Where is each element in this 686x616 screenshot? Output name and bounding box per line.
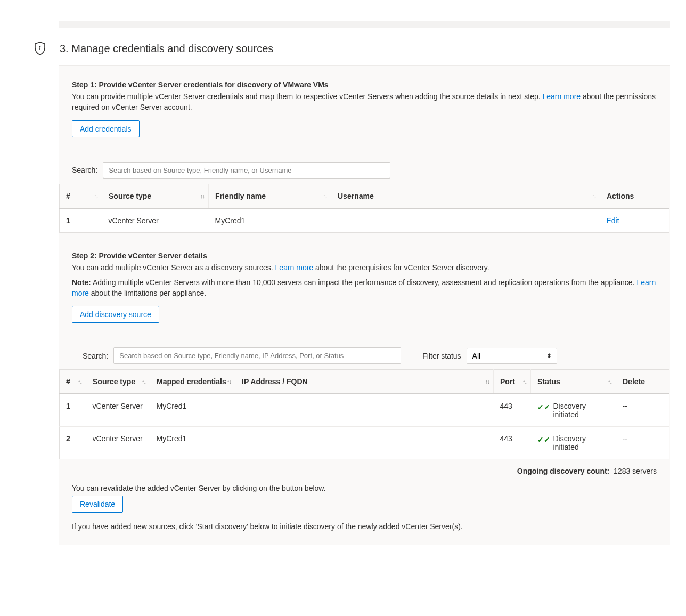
col-actions: Actions xyxy=(600,184,669,208)
filter-status-select[interactable]: All xyxy=(467,348,557,364)
sort-icon: ↑↓ xyxy=(592,193,595,199)
cell-num: 1 xyxy=(60,394,86,427)
step1-search-input[interactable] xyxy=(103,162,390,179)
shield-icon xyxy=(32,42,48,55)
step1-desc-a: You can provide multiple vCenter Server … xyxy=(72,92,543,101)
col-num[interactable]: #↑↓ xyxy=(60,184,102,208)
add-discovery-source-button[interactable]: Add discovery source xyxy=(72,306,159,323)
col-username[interactable]: Username↑↓ xyxy=(331,184,600,208)
col-ip[interactable]: IP Address / FQDN↑↓ xyxy=(235,370,494,394)
cell-status: ✓✓Discovery initiated xyxy=(531,394,616,427)
col-port[interactable]: Port↑↓ xyxy=(494,370,531,394)
page-title: 3. Manage credentials and discovery sour… xyxy=(60,43,273,55)
filter-status-select-wrap: All ⬍ xyxy=(467,348,557,364)
divider xyxy=(16,28,670,28)
sort-icon: ↑↓ xyxy=(200,193,204,199)
step1-learn-more-link[interactable]: Learn more xyxy=(543,92,581,101)
step2-note: Note: Adding multiple vCenter Servers wi… xyxy=(72,277,657,299)
col-status[interactable]: Status↑↓ xyxy=(531,370,616,394)
cell-username xyxy=(331,208,600,233)
col-friendly-name[interactable]: Friendly name↑↓ xyxy=(209,184,331,208)
step2-search-filter-row: Search: Filter status All ⬍ xyxy=(59,347,670,364)
page-header: 3. Manage credentials and discovery sour… xyxy=(16,42,670,55)
cell-delete: -- xyxy=(616,394,669,427)
note-label: Note: xyxy=(72,278,91,287)
note-a: Adding multiple vCenter Servers with mor… xyxy=(91,278,637,287)
table-row: 2 vCenter Server MyCred1 443 ✓✓Discovery… xyxy=(60,427,669,459)
start-discovery-text: If you have added new sources, click 'St… xyxy=(59,522,670,531)
sort-icon: ↑↓ xyxy=(485,378,489,385)
col-delete: Delete xyxy=(616,370,669,394)
credentials-table: #↑↓ Source type↑↓ Friendly name↑↓ Userna… xyxy=(59,184,669,233)
cell-source-type: vCenter Server xyxy=(86,394,150,427)
edit-link[interactable]: Edit xyxy=(607,216,619,225)
cell-friendly-name: MyCred1 xyxy=(209,208,331,233)
table-row: 1 vCenter Server MyCred1 Edit xyxy=(60,208,669,233)
revalidate-text: You can revalidate the added vCenter Ser… xyxy=(59,484,670,492)
step2-description: You can add multiple vCenter Server as a… xyxy=(72,262,657,273)
step2-block: Step 2: Provide vCenter Server details Y… xyxy=(59,252,670,332)
step1-search-row: Search: xyxy=(59,162,670,179)
cell-status: ✓✓Discovery initiated xyxy=(531,427,616,459)
col-num[interactable]: #↑↓ xyxy=(60,370,86,394)
cell-mapped-credentials: MyCred1 xyxy=(150,394,235,427)
sort-icon: ↑↓ xyxy=(323,193,326,199)
double-check-icon: ✓✓ xyxy=(537,435,550,444)
cell-port: 443 xyxy=(494,427,531,459)
step1-search-label: Search: xyxy=(72,166,97,174)
step2-search-input[interactable] xyxy=(113,347,401,364)
top-spacer xyxy=(59,21,670,28)
svg-point-0 xyxy=(39,46,41,48)
step1-title: Step 1: Provide vCenter Server credentia… xyxy=(72,80,657,89)
cell-num: 1 xyxy=(60,208,102,233)
add-credentials-button[interactable]: Add credentials xyxy=(72,120,140,137)
step2-learn-more-link[interactable]: Learn more xyxy=(275,263,314,272)
content-panel: Step 1: Provide vCenter Server credentia… xyxy=(59,65,670,545)
col-source-type[interactable]: Source type↑↓ xyxy=(86,370,150,394)
double-check-icon: ✓✓ xyxy=(537,403,550,411)
col-mapped-credentials[interactable]: Mapped credentials↑↓ xyxy=(150,370,235,394)
step2-title: Step 2: Provide vCenter Server details xyxy=(72,252,657,260)
sort-icon: ↑↓ xyxy=(608,378,611,385)
sort-icon: ↑↓ xyxy=(78,378,81,385)
sort-icon: ↑↓ xyxy=(227,378,231,385)
col-source-type[interactable]: Source type↑↓ xyxy=(102,184,209,208)
cell-source-type: vCenter Server xyxy=(102,208,209,233)
step1-description: You can provide multiple vCenter Server … xyxy=(72,91,657,113)
sources-table: #↑↓ Source type↑↓ Mapped credentials↑↓ I… xyxy=(59,369,669,459)
sort-icon: ↑↓ xyxy=(522,378,526,385)
step2-desc-a: You can add multiple vCenter Server as a… xyxy=(72,263,275,272)
cell-delete: -- xyxy=(616,427,669,459)
revalidate-button[interactable]: Revalidate xyxy=(72,496,123,513)
ongoing-discovery-row: Ongoing discovery count: 1283 servers xyxy=(59,459,670,481)
filter-status-label: Filter status xyxy=(422,352,461,360)
note-b: about the limitations per appliance. xyxy=(89,289,206,297)
sort-icon: ↑↓ xyxy=(142,378,145,385)
step2-search-label: Search: xyxy=(83,352,108,360)
step1-block: Step 1: Provide vCenter Server credentia… xyxy=(59,80,670,146)
ongoing-value: 1283 servers xyxy=(614,467,657,475)
step2-desc-b: about the prerequisites for vCenter Serv… xyxy=(313,263,489,272)
cell-source-type: vCenter Server xyxy=(86,427,150,459)
cell-ip xyxy=(235,427,494,459)
cell-port: 443 xyxy=(494,394,531,427)
ongoing-label: Ongoing discovery count: xyxy=(517,467,609,475)
sort-icon: ↑↓ xyxy=(94,193,97,199)
cell-mapped-credentials: MyCred1 xyxy=(150,427,235,459)
cell-num: 2 xyxy=(60,427,86,459)
cell-ip xyxy=(235,394,494,427)
table-row: 1 vCenter Server MyCred1 443 ✓✓Discovery… xyxy=(60,394,669,427)
